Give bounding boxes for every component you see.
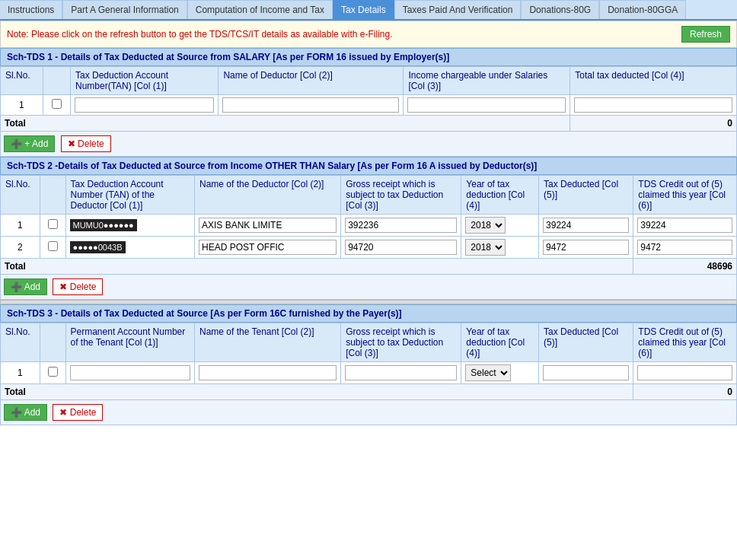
tds2-row2-tdscredit-input[interactable] <box>637 240 732 255</box>
tds2-row2-checkbox-cell <box>40 237 65 259</box>
tds2-row2-gross-input[interactable] <box>345 240 457 255</box>
tds1-row1-income-input[interactable] <box>407 97 566 113</box>
tds2-row1-gross-cell <box>341 215 461 237</box>
tds2-row2-year-select[interactable]: 2018201720162015 <box>465 239 506 256</box>
tds1-row1-tan-input[interactable] <box>75 97 214 113</box>
tab-part-a[interactable]: Part A General Information <box>62 0 187 19</box>
tds3-table-container: Sl.No. Permanent Account Number of the T… <box>0 323 737 400</box>
tds1-col-name: Name of Deductor [Col (2)] <box>219 67 404 95</box>
tds1-row1-income-cell <box>404 95 570 116</box>
tds2-row2-tdscredit-cell <box>633 237 737 259</box>
tds1-row1-tax-cell <box>570 95 737 116</box>
refresh-button[interactable]: Refresh <box>681 26 730 43</box>
tds3-row1-checkbox[interactable] <box>48 367 58 377</box>
tds2-delete-icon: ✖ <box>59 282 67 292</box>
notice-text: Note: Please click on the refresh button… <box>7 29 392 40</box>
tab-taxes-paid[interactable]: Taxes Paid And Verification <box>394 0 522 19</box>
tds2-row2-name-input[interactable] <box>199 240 337 255</box>
tds3-col-gross: Gross receipt which is subject to tax De… <box>341 323 461 362</box>
tds2-row2-name-cell <box>195 237 341 259</box>
tds3-row1-gross-input[interactable] <box>345 365 457 380</box>
tds2-table: Sl.No. Tax Deduction Account Number (TAN… <box>0 175 737 275</box>
tds3-action-row: ➕ Add ✖ Delete <box>0 400 737 425</box>
tab-tax-details[interactable]: Tax Details <box>333 0 394 19</box>
tds1-row1-name-input[interactable] <box>222 97 399 113</box>
tds2-row1-year-select[interactable]: 2018201720162015 <box>465 217 506 234</box>
tds3-row1-tdscredit-cell <box>633 362 737 384</box>
tab-donations-80g[interactable]: Donations-80G <box>521 0 599 19</box>
tds3-row1-year-select[interactable]: Select2018201720162015 <box>465 364 511 381</box>
tds2-row-2: 2 ●●●●●0043B 2018201720162015 <box>1 237 737 259</box>
tds3-total-row: Total 0 <box>1 384 737 400</box>
tds2-row2-sl: 2 <box>1 237 40 259</box>
tds2-col-gross: Gross receipt which is subject to tax De… <box>341 176 461 215</box>
tds1-table: Sl.No. Tax Deduction Account Number(TAN)… <box>0 66 737 132</box>
tds3-col-tdscredit: TDS Credit out of (5) claimed this year … <box>633 323 737 362</box>
tds2-row2-taxded-cell <box>539 237 633 259</box>
tds2-table-container: Sl.No. Tax Deduction Account Number (TAN… <box>0 175 737 275</box>
tds3-row1-name-input[interactable] <box>199 365 337 380</box>
tds1-row1-checkbox[interactable] <box>52 99 62 109</box>
tds2-row1-gross-input[interactable] <box>345 218 457 233</box>
tds3-delete-icon: ✖ <box>59 407 67 418</box>
tds1-delete-icon: ✖ <box>68 138 75 149</box>
tds1-row1-sl: 1 <box>1 95 43 116</box>
tds3-section-header: Sch-TDS 3 - Details of Tax Deducted at S… <box>0 304 737 323</box>
tds2-add-plus-icon: ➕ <box>11 282 22 292</box>
tab-instructions[interactable]: Instructions <box>0 0 62 19</box>
tds2-col-year: Year of tax deduction [Col (4)] <box>461 176 539 215</box>
tds1-table-container: Sl.No. Tax Deduction Account Number(TAN)… <box>0 66 737 132</box>
tds3-add-button[interactable]: ➕ Add <box>4 404 47 421</box>
tds3-delete-label: Delete <box>70 407 97 418</box>
tds2-row1-sl: 1 <box>1 215 40 237</box>
tds2-row2-taxded-input[interactable] <box>543 240 629 255</box>
tds3-row1-checkbox-cell <box>40 362 65 384</box>
tds1-col-tax: Total tax deducted [Col (4)] <box>570 67 737 95</box>
tds3-row1-taxded-cell <box>539 362 633 384</box>
tds2-row1-tdscredit-cell <box>633 215 737 237</box>
tds3-total-value: 0 <box>633 384 737 400</box>
tds2-row1-name-input[interactable] <box>199 218 337 233</box>
tds3-col-cb <box>40 323 65 362</box>
tds3-table: Sl.No. Permanent Account Number of the T… <box>0 323 737 400</box>
tds3-row1-taxded-input[interactable] <box>543 365 629 380</box>
tds3-row1-tdscredit-input[interactable] <box>637 365 732 380</box>
tds1-row1-tan-cell <box>70 95 218 116</box>
tab-computation[interactable]: Computation of Income and Tax <box>187 0 333 19</box>
tds2-total-value: 48696 <box>633 259 737 275</box>
tds2-row2-gross-cell <box>341 237 461 259</box>
tds3-row1-name-cell <box>195 362 341 384</box>
tab-bar: Instructions Part A General Information … <box>0 0 737 21</box>
tds2-row2-tan-cell: ●●●●●0043B <box>65 237 195 259</box>
tds2-col-name: Name of the Deductor [Col (2)] <box>195 176 341 215</box>
tds1-delete-button[interactable]: ✖ Delete <box>61 135 111 152</box>
tds1-row1-tax-input[interactable] <box>574 97 732 113</box>
tds1-add-button[interactable]: ➕ + Add <box>4 135 55 152</box>
tds3-total-label: Total <box>1 384 633 400</box>
tds1-action-row: ➕ + Add ✖ Delete <box>0 132 737 157</box>
tds2-row1-tan-cell: MUMU0●●●●●● <box>65 215 195 237</box>
tds3-row1-year-cell: Select2018201720162015 <box>461 362 539 384</box>
tds2-row2-year-cell: 2018201720162015 <box>461 237 539 259</box>
tds2-col-slno: Sl.No. <box>1 176 40 215</box>
tds2-row1-tan-masked: MUMU0●●●●●● <box>70 219 137 231</box>
tds2-row-1: 1 MUMU0●●●●●● 2018201720162015 <box>1 215 737 237</box>
tds1-row-1: 1 <box>1 95 737 116</box>
tds3-col-taxded: Tax Deducted [Col (5)] <box>539 323 633 362</box>
tds2-delete-button[interactable]: ✖ Delete <box>53 278 103 295</box>
tds2-row1-tdscredit-input[interactable] <box>637 218 732 233</box>
tds2-row1-checkbox[interactable] <box>48 219 58 229</box>
tab-donation-80gga[interactable]: Donation-80GGA <box>599 0 686 19</box>
tds2-section-header: Sch-TDS 2 -Details of Tax Deducted at So… <box>0 157 737 175</box>
tds2-add-button[interactable]: ➕ Add <box>4 278 47 295</box>
tds2-row2-checkbox[interactable] <box>48 241 58 251</box>
tds3-col-name: Name of the Tenant [Col (2)] <box>195 323 341 362</box>
tds3-delete-button[interactable]: ✖ Delete <box>53 404 103 421</box>
tds3-row1-pan-input[interactable] <box>70 365 191 380</box>
tds3-col-year: Year of tax deduction [Col (4)] <box>461 323 539 362</box>
tds2-col-taxded: Tax Deducted [Col (5)] <box>539 176 633 215</box>
tds2-row1-taxded-input[interactable] <box>543 218 629 233</box>
tds3-row-1: 1 Select2018201720162015 <box>1 362 737 384</box>
tds1-col-slno: Sl.No. <box>1 67 43 95</box>
tds2-add-label: Add <box>24 282 40 292</box>
